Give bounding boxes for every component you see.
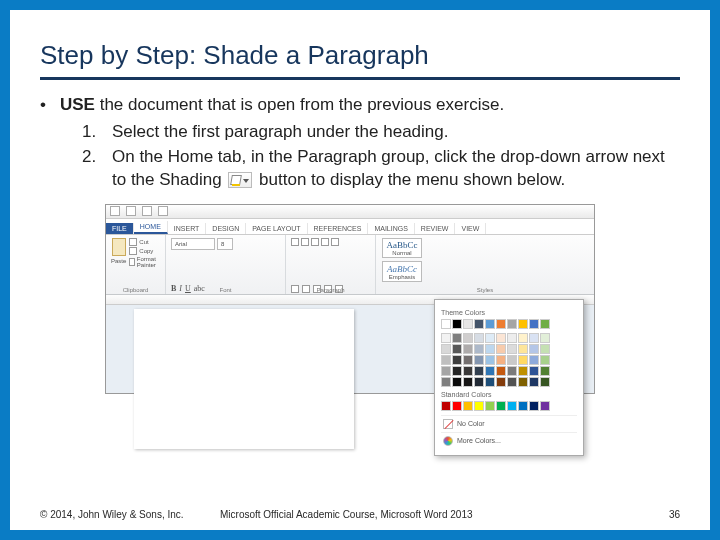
color-swatch[interactable] (463, 366, 473, 376)
color-swatch[interactable] (485, 401, 495, 411)
color-swatch[interactable] (452, 319, 462, 329)
color-swatch[interactable] (463, 377, 473, 387)
color-swatch[interactable] (452, 333, 462, 343)
color-swatch[interactable] (485, 355, 495, 365)
tab-references[interactable]: REFERENCES (308, 223, 369, 234)
tab-mailings[interactable]: MAILINGS (368, 223, 414, 234)
color-swatch[interactable] (485, 319, 495, 329)
paste-button[interactable]: Paste (111, 238, 126, 276)
color-swatch[interactable] (474, 344, 484, 354)
color-swatch[interactable] (529, 355, 539, 365)
color-swatch[interactable] (507, 319, 517, 329)
undo-icon[interactable] (142, 206, 152, 216)
color-swatch[interactable] (452, 344, 462, 354)
color-swatch[interactable] (507, 401, 517, 411)
tab-insert[interactable]: INSERT (168, 223, 207, 234)
tab-home[interactable]: HOME (134, 221, 168, 234)
color-swatch[interactable] (474, 377, 484, 387)
color-swatch[interactable] (507, 366, 517, 376)
color-swatch[interactable] (496, 355, 506, 365)
color-swatch[interactable] (474, 366, 484, 376)
color-swatch[interactable] (518, 344, 528, 354)
color-swatch[interactable] (452, 355, 462, 365)
color-swatch[interactable] (485, 333, 495, 343)
color-swatch[interactable] (452, 366, 462, 376)
color-swatch[interactable] (474, 401, 484, 411)
color-swatch[interactable] (518, 377, 528, 387)
increase-indent-icon[interactable] (331, 238, 339, 246)
color-swatch[interactable] (496, 344, 506, 354)
color-swatch[interactable] (485, 344, 495, 354)
color-swatch[interactable] (441, 333, 451, 343)
color-swatch[interactable] (518, 366, 528, 376)
color-swatch[interactable] (474, 333, 484, 343)
ribbon-tabs: FILE HOME INSERT DESIGN PAGE LAYOUT REFE… (106, 219, 594, 235)
color-swatch[interactable] (529, 401, 539, 411)
color-swatch[interactable] (529, 333, 539, 343)
color-swatch[interactable] (496, 319, 506, 329)
numbering-icon[interactable] (301, 238, 309, 246)
color-swatch[interactable] (496, 366, 506, 376)
save-icon[interactable] (126, 206, 136, 216)
color-swatch[interactable] (529, 319, 539, 329)
multilevel-icon[interactable] (311, 238, 319, 246)
cut-button[interactable]: Cut (129, 238, 160, 246)
color-swatch[interactable] (452, 377, 462, 387)
color-swatch[interactable] (452, 401, 462, 411)
color-swatch[interactable] (540, 344, 550, 354)
color-swatch[interactable] (540, 366, 550, 376)
color-swatch[interactable] (507, 333, 517, 343)
color-swatch[interactable] (441, 319, 451, 329)
color-swatch[interactable] (441, 401, 451, 411)
word-icon[interactable] (110, 206, 120, 216)
color-swatch[interactable] (507, 355, 517, 365)
copy-button[interactable]: Copy (129, 247, 160, 255)
color-swatch[interactable] (540, 333, 550, 343)
decrease-indent-icon[interactable] (321, 238, 329, 246)
color-swatch[interactable] (463, 319, 473, 329)
color-swatch[interactable] (463, 344, 473, 354)
no-color-item[interactable]: No Color (441, 415, 577, 432)
color-swatch[interactable] (463, 401, 473, 411)
redo-icon[interactable] (158, 206, 168, 216)
color-swatch[interactable] (518, 333, 528, 343)
color-swatch[interactable] (529, 344, 539, 354)
tab-review[interactable]: REVIEW (415, 223, 456, 234)
color-swatch[interactable] (507, 377, 517, 387)
color-swatch[interactable] (540, 401, 550, 411)
tab-pagelayout[interactable]: PAGE LAYOUT (246, 223, 307, 234)
document-page[interactable] (134, 309, 354, 449)
color-swatch[interactable] (441, 377, 451, 387)
color-swatch[interactable] (529, 366, 539, 376)
color-swatch[interactable] (540, 355, 550, 365)
color-swatch[interactable] (507, 344, 517, 354)
color-swatch[interactable] (441, 355, 451, 365)
tab-file[interactable]: FILE (106, 223, 134, 234)
style-normal[interactable]: AaBbCc Normal (382, 238, 422, 259)
tab-design[interactable]: DESIGN (206, 223, 246, 234)
color-swatch[interactable] (474, 319, 484, 329)
color-swatch[interactable] (441, 344, 451, 354)
color-swatch[interactable] (518, 401, 528, 411)
color-swatch[interactable] (540, 319, 550, 329)
style-emphasis[interactable]: AaBbCc Emphasis (382, 261, 422, 282)
bullets-icon[interactable] (291, 238, 299, 246)
format-painter-button[interactable]: Format Painter (129, 256, 160, 268)
color-swatch[interactable] (474, 355, 484, 365)
color-swatch[interactable] (518, 319, 528, 329)
color-swatch[interactable] (529, 377, 539, 387)
color-swatch[interactable] (485, 366, 495, 376)
more-colors-item[interactable]: More Colors... (441, 432, 577, 449)
color-swatch[interactable] (496, 377, 506, 387)
color-swatch[interactable] (441, 366, 451, 376)
color-swatch[interactable] (463, 355, 473, 365)
color-swatch[interactable] (496, 333, 506, 343)
color-swatch[interactable] (496, 401, 506, 411)
color-swatch[interactable] (485, 377, 495, 387)
color-swatch[interactable] (463, 333, 473, 343)
tab-view[interactable]: VIEW (455, 223, 486, 234)
color-swatch[interactable] (518, 355, 528, 365)
color-swatch[interactable] (540, 377, 550, 387)
font-size-select[interactable]: 8 (217, 238, 233, 250)
font-name-select[interactable]: Arial (171, 238, 215, 250)
